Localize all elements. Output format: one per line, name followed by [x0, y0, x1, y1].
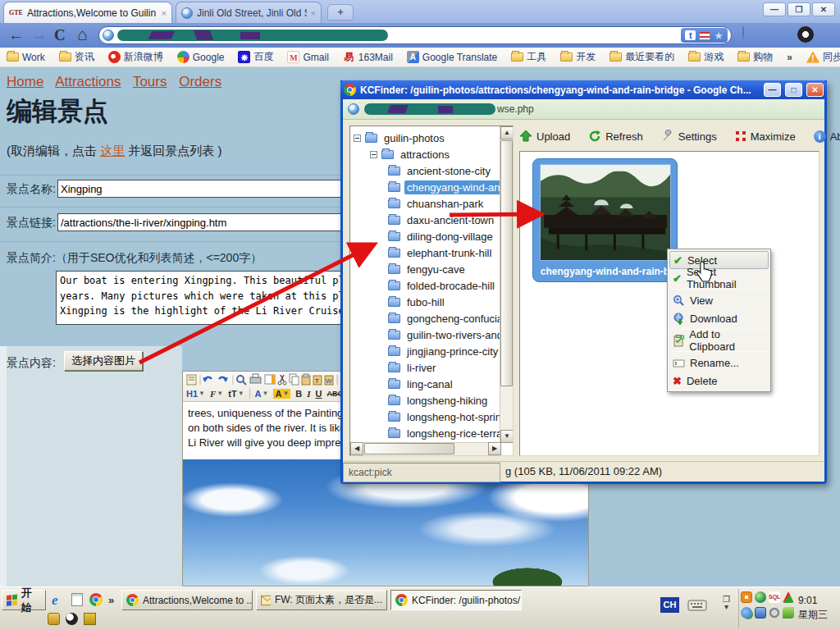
quicklaunch-db-icon[interactable] [48, 613, 60, 625]
tree-root-guilin-photos[interactable]: guilin-photos [354, 130, 511, 146]
bookmark-weibo[interactable]: 新浪微博 [108, 50, 163, 64]
tree-folder[interactable]: gongcheng-confucia [354, 310, 511, 326]
keyboard-icon[interactable] [687, 598, 707, 612]
scroll-right-icon[interactable]: ▶ [488, 442, 501, 455]
nav-home-link[interactable]: Home [7, 74, 43, 89]
nav-attractions-link[interactable]: Attractions [55, 74, 121, 89]
tray-globe-icon[interactable] [755, 591, 766, 603]
bookmark-shopping[interactable]: 购物 [737, 50, 773, 64]
scroll-thumb[interactable] [364, 443, 454, 454]
tree-folder[interactable]: daxu-ancient-town [354, 212, 511, 228]
tree-folder[interactable]: chuanshan-park [354, 195, 511, 212]
italic-button[interactable]: I [307, 389, 310, 399]
tray-network-globe-icon[interactable] [741, 607, 752, 619]
file-thumbnail-selected[interactable]: chengyang-wind-and-rain-b [532, 158, 678, 282]
address-bar[interactable]: t ★ [98, 26, 732, 44]
editor-toolbar-icons-row1[interactable]: T W [186, 373, 347, 386]
tree-folder[interactable]: longsheng-rice-terra [354, 425, 511, 441]
tree-folder[interactable]: fengyu-cave [354, 261, 511, 277]
flag-icon[interactable] [699, 31, 710, 40]
bookmarks-overflow-chevron[interactable]: » [787, 52, 792, 63]
extension-globe-icon[interactable] [742, 26, 759, 43]
bold-button[interactable]: B [295, 389, 302, 399]
refresh-button[interactable]: Refresh [588, 130, 643, 143]
toolbar-restore-icon[interactable]: ❐▾ [723, 596, 730, 610]
menu-download[interactable]: Download [669, 309, 769, 327]
tray-monitors-icon[interactable] [755, 607, 766, 619]
quicklaunch-editor-icon[interactable] [71, 593, 83, 606]
highlight-button[interactable]: A▼ [273, 389, 290, 399]
extension-gear-icon[interactable] [797, 26, 814, 43]
task-button-kcfinder[interactable]: KCFinder: /guilin-photos/... [390, 590, 522, 610]
bookmark-gmail[interactable]: MGmail [287, 51, 328, 63]
tray-antivirus-icon[interactable] [783, 607, 794, 619]
tree-folder[interactable]: longsheng-hiking [354, 392, 511, 409]
window-restore-button[interactable]: ❐ [788, 2, 810, 16]
tray-clock-icon[interactable] [741, 591, 752, 603]
quicklaunch-ie-icon[interactable]: e [52, 592, 66, 607]
tab-jinli[interactable]: Jinli Old Street, Jinli Old Street × [176, 2, 322, 23]
settings-button[interactable]: Settings [661, 130, 717, 143]
tree-folder[interactable]: ling-canal [354, 376, 511, 392]
window-close-button[interactable]: ✕ [812, 2, 835, 16]
tree-horizontal-scrollbar[interactable]: ◀ ▶ [350, 442, 501, 455]
popup-maximize-button[interactable]: □ [785, 83, 802, 97]
tree-folder[interactable]: li-river [354, 359, 511, 376]
quicklaunch-panda-icon[interactable] [66, 613, 78, 625]
scroll-down-icon[interactable]: ▼ [500, 430, 514, 443]
tray-sql-icon[interactable]: SQL [769, 591, 780, 603]
tree-folder-selected[interactable]: chengyang-wind-an [354, 179, 511, 195]
tray-vpn-icon[interactable] [783, 591, 794, 603]
menu-rename[interactable]: Rename... [669, 354, 769, 372]
sync-error-button[interactable]: !同步错误 [806, 50, 840, 64]
tray-volume-icon[interactable] [769, 607, 780, 619]
choose-image-button[interactable]: 选择内容图片 [64, 351, 143, 371]
popup-address-bar[interactable]: wse.php [343, 99, 824, 120]
about-button[interactable]: i About [814, 130, 840, 143]
task-button-mail[interactable]: FW: 页面太素，是否是... [256, 590, 387, 610]
tab-close-icon[interactable]: × [311, 8, 316, 18]
window-minimize-button[interactable]: — [763, 2, 786, 16]
tab-close-icon[interactable]: × [162, 8, 167, 18]
language-indicator[interactable]: CH [660, 597, 679, 613]
font-color-button[interactable]: A▼ [255, 389, 269, 399]
tree-folder[interactable]: folded-brocade-hill [354, 277, 511, 294]
translate-icon[interactable]: t [685, 30, 696, 40]
menu-view[interactable]: View [669, 291, 769, 309]
cancel-here-link[interactable]: 这里 [100, 144, 125, 158]
tree-node-attractions[interactable]: attractions [354, 146, 511, 162]
quicklaunch-overflow-chevron[interactable]: » [108, 594, 114, 606]
home-button[interactable]: ⌂ [77, 23, 88, 46]
bookmark-google[interactable]: Google [177, 51, 225, 63]
popup-minimize-button[interactable]: — [764, 83, 781, 97]
nav-tours-link[interactable]: Tours [133, 74, 167, 89]
collapse-icon[interactable] [370, 151, 377, 158]
bookmark-baidu[interactable]: ❋百度 [238, 50, 273, 64]
bookmark-work[interactable]: Work [7, 52, 45, 63]
bookmark-dev[interactable]: 开发 [560, 50, 596, 64]
upload-button[interactable]: Upload [519, 130, 570, 143]
back-button[interactable]: ← [8, 24, 24, 47]
tree-folder[interactable]: fubo-hill [354, 294, 511, 310]
tree-folder[interactable]: ancient-stone-city [354, 162, 511, 179]
start-button[interactable]: 开始 [2, 590, 46, 610]
bookmark-star-icon[interactable]: ★ [714, 30, 724, 42]
scroll-thumb[interactable] [500, 140, 513, 386]
menu-add-to-clipboard[interactable]: Add to Clipboard [669, 331, 769, 349]
font-button[interactable]: F▼ [210, 389, 223, 399]
heading-button[interactable]: H1▼ [186, 389, 205, 399]
tray-clock[interactable]: 9:01 星期三 [798, 589, 828, 628]
bookmark-google-translate[interactable]: AGoogle Translate [407, 51, 497, 63]
collapse-icon[interactable] [354, 135, 361, 142]
tree-folder[interactable]: jingjiang-prince-city [354, 343, 511, 359]
bookmark-tools[interactable]: 工具 [511, 50, 546, 64]
bookmark-163mail[interactable]: 易163Mail [343, 51, 393, 63]
popup-close-button[interactable]: ✕ [806, 83, 824, 97]
font-size-button[interactable]: tT▼ [228, 389, 244, 399]
kcfinder-titlebar[interactable]: KCFinder: /guilin-photos/attractions/che… [340, 80, 827, 99]
tree-folder[interactable]: elephant-trunk-hill [354, 244, 511, 261]
nav-orders-link[interactable]: Orders [179, 74, 221, 89]
bookmark-recent[interactable]: 最近要看的 [609, 50, 674, 64]
tree-vertical-scrollbar[interactable]: ▲ ▼ [500, 126, 513, 443]
tree-folder[interactable]: guilin-two-rivers-and [354, 326, 511, 343]
